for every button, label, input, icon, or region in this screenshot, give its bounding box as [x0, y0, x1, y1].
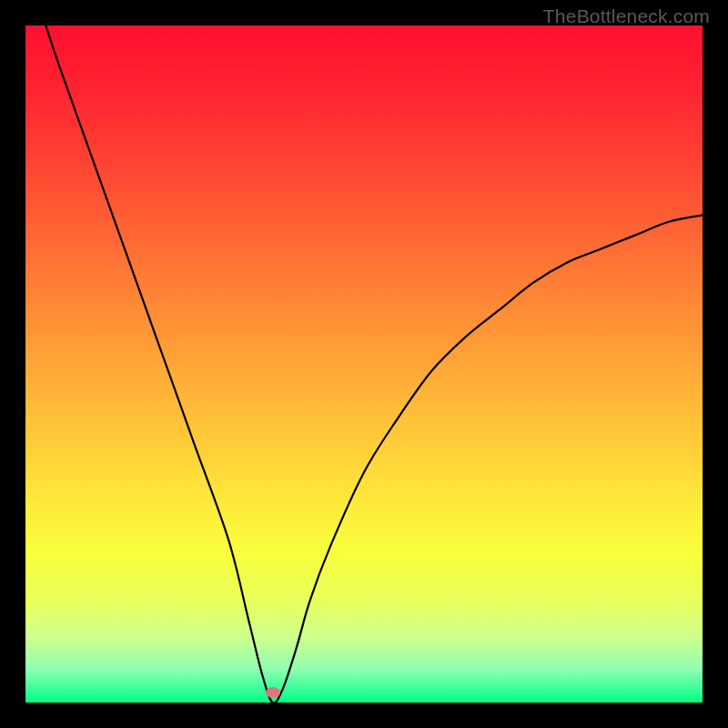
chart-frame: TheBottleneck.com — [0, 0, 728, 728]
plot-area — [25, 25, 703, 703]
watermark-text: TheBottleneck.com — [543, 5, 710, 27]
optimum-marker — [266, 687, 280, 698]
curve-path — [46, 25, 703, 703]
bottleneck-curve — [25, 25, 703, 703]
